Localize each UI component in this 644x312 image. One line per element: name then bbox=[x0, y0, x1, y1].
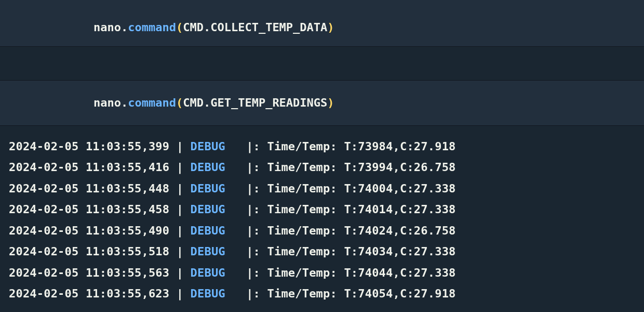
log-separator: | bbox=[169, 160, 190, 176]
log-timestamp: 2024-02-05 11:03:55,399 bbox=[9, 139, 169, 155]
log-message: Time/Temp: T:74034,C:27.338 bbox=[267, 244, 456, 260]
log-separator: | bbox=[169, 139, 190, 155]
log-separator: |: bbox=[225, 202, 267, 218]
token-class: CMD bbox=[183, 21, 204, 34]
log-message: Time/Temp: T:74014,C:27.338 bbox=[267, 202, 456, 218]
token-dot: . bbox=[204, 96, 210, 109]
token-dot: . bbox=[121, 96, 128, 109]
log-separator: |: bbox=[225, 286, 267, 302]
log-separator: | bbox=[169, 244, 190, 260]
log-level: DEBUG bbox=[191, 139, 225, 155]
cell-2-output: 2024-02-05 11:03:55,399 | DEBUG |: Time/… bbox=[0, 126, 644, 305]
log-timestamp: 2024-02-05 11:03:55,518 bbox=[9, 244, 169, 260]
token-object: nano bbox=[93, 96, 121, 109]
log-separator: | bbox=[169, 223, 190, 239]
log-line: 2024-02-05 11:03:55,448 | DEBUG |: Time/… bbox=[9, 178, 636, 200]
log-separator: | bbox=[169, 286, 190, 302]
log-separator: |: bbox=[225, 181, 267, 197]
log-message: Time/Temp: T:74004,C:27.338 bbox=[267, 181, 456, 197]
log-line: 2024-02-05 11:03:55,416 | DEBUG |: Time/… bbox=[9, 158, 636, 179]
log-message: Time/Temp: T:74044,C:27.338 bbox=[267, 265, 456, 281]
log-timestamp: 2024-02-05 11:03:55,448 bbox=[9, 181, 169, 197]
log-separator: |: bbox=[225, 223, 267, 239]
log-separator: |: bbox=[225, 160, 267, 176]
log-separator: |: bbox=[225, 139, 267, 155]
log-line: 2024-02-05 11:03:55,399 | DEBUG |: Time/… bbox=[9, 136, 636, 158]
log-message: Time/Temp: T:73994,C:26.758 bbox=[267, 160, 456, 176]
log-timestamp: 2024-02-05 11:03:55,416 bbox=[9, 160, 169, 176]
log-line: 2024-02-05 11:03:55,623 | DEBUG |: Time/… bbox=[9, 284, 636, 305]
code-cell-1[interactable]: nano.command(CMD.COLLECT_TEMP_DATA) bbox=[0, 0, 644, 47]
log-timestamp: 2024-02-05 11:03:55,623 bbox=[9, 286, 169, 302]
notebook-view: nano.command(CMD.COLLECT_TEMP_DATA) nano… bbox=[0, 0, 644, 312]
log-level: DEBUG bbox=[191, 181, 225, 197]
log-timestamp: 2024-02-05 11:03:55,458 bbox=[9, 202, 169, 218]
log-level: DEBUG bbox=[191, 202, 225, 218]
log-line: 2024-02-05 11:03:55,490 | DEBUG |: Time/… bbox=[9, 220, 636, 242]
token-method: command bbox=[128, 96, 176, 109]
log-message: Time/Temp: T:73984,C:27.918 bbox=[267, 139, 456, 155]
token-attr: GET_TEMP_READINGS bbox=[210, 96, 327, 109]
token-class: CMD bbox=[183, 96, 204, 109]
log-level: DEBUG bbox=[191, 286, 225, 302]
log-message: Time/Temp: T:74024,C:26.758 bbox=[267, 223, 456, 239]
token-dot: . bbox=[121, 21, 128, 34]
token-attr: COLLECT_TEMP_DATA bbox=[210, 21, 327, 34]
token-dot: . bbox=[204, 21, 210, 34]
token-object: nano bbox=[93, 21, 121, 34]
token-open-paren: ( bbox=[176, 96, 183, 109]
log-level: DEBUG bbox=[191, 223, 225, 239]
log-line: 2024-02-05 11:03:55,458 | DEBUG |: Time/… bbox=[9, 200, 636, 221]
log-line: 2024-02-05 11:03:55,518 | DEBUG |: Time/… bbox=[9, 242, 636, 263]
token-close-paren: ) bbox=[327, 21, 334, 34]
log-level: DEBUG bbox=[191, 160, 225, 176]
code-cell-2-content: nano.command(CMD.GET_TEMP_READINGS) bbox=[38, 79, 334, 127]
log-separator: |: bbox=[225, 265, 267, 281]
cell-1-output-empty bbox=[0, 47, 644, 80]
log-separator: |: bbox=[225, 244, 267, 260]
log-separator: | bbox=[169, 181, 190, 197]
code-cell-1-content: nano.command(CMD.COLLECT_TEMP_DATA) bbox=[38, 4, 334, 51]
log-line: 2024-02-05 11:03:55,563 | DEBUG |: Time/… bbox=[9, 263, 636, 284]
log-level: DEBUG bbox=[191, 265, 225, 281]
log-timestamp: 2024-02-05 11:03:55,490 bbox=[9, 223, 169, 239]
token-close-paren: ) bbox=[327, 96, 334, 109]
log-level: DEBUG bbox=[191, 244, 225, 260]
code-cell-2[interactable]: nano.command(CMD.GET_TEMP_READINGS) bbox=[0, 80, 644, 126]
token-method: command bbox=[128, 21, 176, 34]
log-timestamp: 2024-02-05 11:03:55,563 bbox=[9, 265, 169, 281]
log-separator: | bbox=[169, 202, 190, 218]
log-message: Time/Temp: T:74054,C:27.918 bbox=[267, 286, 456, 302]
log-separator: | bbox=[169, 265, 190, 281]
token-open-paren: ( bbox=[176, 21, 183, 34]
